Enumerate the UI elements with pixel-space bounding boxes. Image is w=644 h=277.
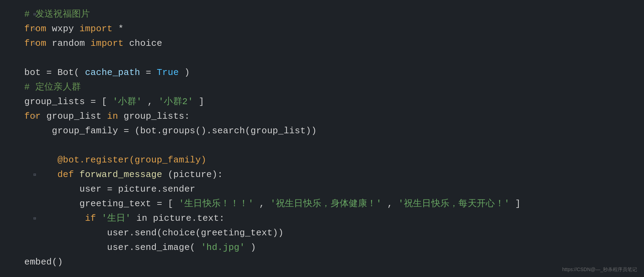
gutter-12: ⊟ <box>21 172 40 177</box>
user-assign: user = picture.sender <box>24 184 195 194</box>
line-content-9: group_family = (bot.groups().search(grou… <box>24 124 317 138</box>
line-15: ⊟ if '生日' in picture.text: <box>21 211 644 226</box>
greet-1: '生日快乐！！！' <box>179 199 254 209</box>
kw-in: in <box>107 111 118 121</box>
kw-import-3: import <box>91 38 124 49</box>
comma-14b: , <box>387 199 398 209</box>
line-16: user.send(choice(greeting_text)) <box>21 226 644 240</box>
line-content-14: greeting_text = [ '生日快乐！！！' , '祝生日快乐，身体健… <box>24 196 521 211</box>
group-lists-var: group_lists = [ <box>24 96 107 107</box>
comment-2: # 定位亲人群 <box>24 82 81 92</box>
line-content-11: @bot.register(group_family) <box>24 153 206 167</box>
line-content-4 <box>24 51 30 65</box>
star-2: * <box>118 24 124 34</box>
str-birthday: '生日' <box>102 213 131 224</box>
indent-17: user.send_image( <box>24 242 195 253</box>
code-container: ⊟ # 发送祝福图片 ⊟ from wxpy import * ⊟ <box>0 0 644 277</box>
line-content-7: group_lists = [ '小群' , '小群2' ] <box>24 94 204 109</box>
func-choice: choice <box>129 38 162 49</box>
fold-icon-2[interactable]: ⊟ <box>32 26 37 31</box>
send-call: user.send(choice(greeting_text)) <box>24 228 283 238</box>
line-17: user.send_image( 'hd.jpg' ) <box>21 240 644 255</box>
bot-var: bot = Bot( <box>24 67 79 78</box>
gutter-2: ⊟ <box>21 26 40 31</box>
greet-3: '祝生日快乐，每天开心！' <box>398 199 510 209</box>
module-random: random <box>52 38 91 49</box>
indent-11 <box>24 155 52 165</box>
line-content-16: user.send(choice(greeting_text)) <box>24 226 283 240</box>
gutter-15: ⊟ <box>21 216 40 221</box>
code-block: ⊟ # 发送祝福图片 ⊟ from wxpy import * ⊟ <box>0 7 644 269</box>
comma-14a: , <box>259 199 270 209</box>
gutter-3: ⊟ <box>21 41 40 46</box>
line-8: ⊟ for group_list in group_lists: <box>21 109 644 124</box>
kw-if: if <box>85 213 96 224</box>
line-content-13: user = picture.sender <box>24 182 195 196</box>
line-2: ⊟ from wxpy import * <box>21 22 644 36</box>
fold-icon-18[interactable]: ⊟ <box>32 260 37 265</box>
line-4 <box>21 51 644 65</box>
indent-9: group_family = (bot.groups().search(grou… <box>24 126 317 136</box>
line-content-6: # 定位亲人群 <box>24 80 81 94</box>
line-18: ⊟ embed() <box>21 255 644 269</box>
fold-icon-12[interactable]: ⊟ <box>32 172 37 177</box>
line-10 <box>21 138 644 153</box>
kw-def: def <box>57 169 74 180</box>
close-14: ] <box>515 199 521 209</box>
fold-icon-3[interactable]: ⊟ <box>32 41 37 46</box>
comma-7: , <box>147 96 159 107</box>
params-12: (picture): <box>168 169 223 180</box>
gutter-8: ⊟ <box>21 114 40 119</box>
line-content-10 <box>24 138 30 153</box>
greet-2: '祝生日快乐，身体健康！' <box>270 199 382 209</box>
for-var: group_list <box>46 111 107 121</box>
gutter-18: ⊟ <box>21 260 40 265</box>
close-5: ) <box>184 67 190 78</box>
str-xq2: '小群2' <box>159 96 193 107</box>
str-hdjpg: 'hd.jpg' <box>201 242 245 253</box>
str-xq1: '小群' <box>112 96 142 107</box>
in-text: in picture.text: <box>136 213 224 224</box>
line-13: user = picture.sender <box>21 182 644 196</box>
eq-5: = <box>146 67 151 78</box>
line-content-8: for group_list in group_lists: <box>24 109 190 124</box>
gutter-1: ⊟ <box>21 12 40 17</box>
module-wxpy: wxpy <box>52 24 80 34</box>
line-5: bot = Bot( cache_path = True ) <box>21 65 644 80</box>
line-7: group_lists = [ '小群' , '小群2' ] <box>21 94 644 109</box>
line-content-15: if '生日' in picture.text: <box>24 211 224 226</box>
func-forward: forward_message <box>79 169 162 180</box>
line-11: @bot.register(group_family) <box>21 153 644 167</box>
close-bracket-7: ] <box>199 96 204 107</box>
fold-icon-8[interactable]: ⊟ <box>32 114 37 119</box>
indent-14: greeting_text = [ <box>24 199 173 209</box>
line-14: greeting_text = [ '生日快乐！！！' , '祝生日快乐，身体健… <box>21 196 644 211</box>
line-3: ⊟ from random import choice <box>21 36 644 51</box>
line-6: # 定位亲人群 <box>21 80 644 94</box>
line-content-17: user.send_image( 'hd.jpg' ) <box>24 240 256 255</box>
line-9: group_family = (bot.groups().search(grou… <box>21 124 644 138</box>
true-val: True <box>157 67 179 78</box>
close-17: ) <box>251 242 256 253</box>
line-content-12: def forward_message (picture): <box>24 167 223 182</box>
fold-icon-1[interactable]: ⊟ <box>32 12 37 17</box>
line-content-3: from random import choice <box>24 36 162 51</box>
decorator-1: @bot.register(group_family) <box>57 155 206 165</box>
for-iter: group_lists: <box>124 111 190 121</box>
line-1: ⊟ # 发送祝福图片 <box>21 7 644 22</box>
kw-import-2: import <box>79 24 112 34</box>
watermark: https://CSDN@—_秒杀程序员笔记 <box>562 267 637 273</box>
line-12: ⊟ def forward_message (picture): <box>21 167 644 182</box>
line-content-5: bot = Bot( cache_path = True ) <box>24 65 190 80</box>
fold-icon-15[interactable]: ⊟ <box>32 216 37 221</box>
cache-path-param: cache_path <box>85 67 140 78</box>
